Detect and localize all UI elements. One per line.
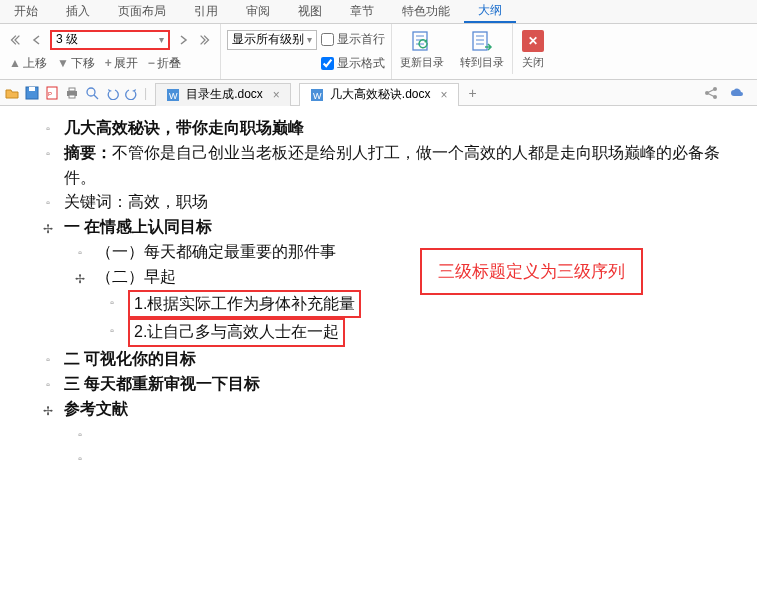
expand-marker[interactable]: ✢ (42, 215, 54, 239)
chevron-down-icon: ▾ (159, 34, 164, 45)
move-down-button[interactable]: ▼下移 (54, 54, 98, 73)
svg-rect-4 (473, 32, 487, 50)
doc-tab-0[interactable]: W 目录生成.docx × (155, 83, 291, 106)
ribbon: 3 级 ▾ ▲上移 ▼下移 +展开 −折叠 显示所有级别 ▾ 显示首 (0, 24, 757, 80)
body-marker: ▫ (42, 116, 54, 137)
menu-tab-outline[interactable]: 大纲 (464, 0, 516, 23)
goto-toc-label: 转到目录 (460, 55, 504, 70)
demote-body-button[interactable] (196, 31, 214, 49)
promote-button[interactable] (28, 31, 46, 49)
demote-button[interactable] (174, 31, 192, 49)
menu-tabs: 开始 插入 页面布局 引用 审阅 视图 章节 特色功能 大纲 (0, 0, 757, 24)
move-down-label: 下移 (71, 55, 95, 72)
svg-line-16 (94, 95, 98, 99)
outline-title[interactable]: 几大高效秘诀，带你走向职场巅峰 (64, 116, 304, 141)
expand-marker[interactable]: ✢ (42, 397, 54, 421)
chevron-down-icon: ▾ (307, 34, 312, 45)
outline-h2-1[interactable]: （一）每天都确定最重要的那件事 (96, 240, 336, 265)
svg-rect-9 (29, 87, 35, 91)
show-format-label: 显示格式 (337, 55, 385, 72)
menu-tab-view[interactable]: 视图 (284, 0, 336, 23)
expand-label: 展开 (114, 55, 138, 72)
doc-tab-0-close[interactable]: × (273, 88, 280, 102)
share-icon[interactable] (703, 85, 719, 101)
outline-keywords[interactable]: 关键词：高效，职场 (64, 190, 208, 215)
svg-text:W: W (313, 91, 322, 101)
svg-point-23 (713, 95, 717, 99)
body-marker: ▫ (106, 318, 118, 339)
body-marker: ▫ (42, 141, 54, 162)
menu-tab-reference[interactable]: 引用 (180, 0, 232, 23)
body-marker: ▫ (42, 190, 54, 211)
svg-text:W: W (169, 91, 178, 101)
svg-point-15 (87, 88, 95, 96)
print-icon[interactable] (64, 85, 80, 101)
move-up-button[interactable]: ▲上移 (6, 54, 50, 73)
save-icon[interactable] (24, 85, 40, 101)
outline-h3-2[interactable]: 2.让自己多与高效人士在一起 (128, 318, 345, 347)
menu-tab-chapter[interactable]: 章节 (336, 0, 388, 23)
doc-tab-0-label: 目录生成.docx (186, 86, 263, 103)
outline-level-combo[interactable]: 3 级 ▾ (50, 30, 170, 50)
body-marker: ▫ (106, 290, 118, 311)
pdf-icon[interactable]: P (44, 85, 60, 101)
outline-h1-1[interactable]: 一 在情感上认同目标 (64, 215, 212, 240)
body-marker: ▫ (74, 240, 86, 261)
redo-icon[interactable] (124, 85, 140, 101)
document-area: ▫几大高效秘诀，带你走向职场巅峰 ▫摘要：不管你是自己创业当老板还是给别人打工，… (0, 106, 757, 481)
body-marker: ▫ (74, 422, 86, 443)
outline-h2-2[interactable]: （二）早起 (96, 265, 176, 290)
update-toc-button[interactable]: 更新目录 (392, 24, 452, 74)
show-format-checkbox[interactable] (321, 57, 334, 70)
menu-tab-special[interactable]: 特色功能 (388, 0, 464, 23)
outline-h1-2[interactable]: 二 可视化你的目标 (64, 347, 196, 372)
goto-toc-icon (470, 29, 494, 53)
ribbon-group-show: 显示所有级别 ▾ 显示首行 显示格式 (221, 24, 392, 79)
show-firstline-label: 显示首行 (337, 31, 385, 48)
menu-tab-layout[interactable]: 页面布局 (104, 0, 180, 23)
doc-tab-1-label: 几大高效秘诀.docx (330, 86, 431, 103)
show-firstline-check[interactable]: 显示首行 (321, 31, 385, 48)
outline-abstract[interactable]: 摘要：不管你是自己创业当老板还是给别人打工，做一个高效的人都是走向职场巅峰的必备… (64, 141, 735, 191)
body-marker: ▫ (42, 347, 54, 368)
update-toc-label: 更新目录 (400, 55, 444, 70)
show-level-combo[interactable]: 显示所有级别 ▾ (227, 30, 317, 50)
show-format-check[interactable]: 显示格式 (321, 55, 385, 72)
expand-marker[interactable]: ✢ (74, 265, 86, 289)
outline-h1-3[interactable]: 三 每天都重新审视一下目标 (64, 372, 260, 397)
close-icon: ✕ (521, 29, 545, 53)
ribbon-group-level: 3 级 ▾ ▲上移 ▼下移 +展开 −折叠 (0, 24, 221, 79)
update-toc-icon (410, 29, 434, 53)
move-up-label: 上移 (23, 55, 47, 72)
outline-h3-1[interactable]: 1.根据实际工作为身体补充能量 (128, 290, 361, 319)
show-firstline-checkbox[interactable] (321, 33, 334, 46)
close-label: 关闭 (522, 55, 544, 70)
goto-toc-button[interactable]: 转到目录 (452, 24, 513, 74)
doc-tab-1-close[interactable]: × (441, 88, 448, 102)
svg-point-22 (713, 87, 717, 91)
preview-icon[interactable] (84, 85, 100, 101)
menu-tab-insert[interactable]: 插入 (52, 0, 104, 23)
word-doc-icon: W (166, 88, 180, 102)
body-marker: ▫ (42, 372, 54, 393)
collapse-button[interactable]: −折叠 (145, 54, 184, 73)
svg-rect-14 (69, 95, 75, 98)
outline-empty-1[interactable] (96, 422, 100, 447)
undo-icon[interactable] (104, 85, 120, 101)
menu-tab-start[interactable]: 开始 (0, 0, 52, 23)
expand-button[interactable]: +展开 (102, 54, 141, 73)
promote-top-button[interactable] (6, 31, 24, 49)
menu-tab-review[interactable]: 审阅 (232, 0, 284, 23)
outline-h1-4[interactable]: 参考文献 (64, 397, 128, 422)
cloud-icon[interactable] (729, 85, 745, 101)
svg-point-21 (705, 91, 709, 95)
outline-empty-2[interactable] (96, 446, 100, 471)
svg-text:P: P (48, 91, 52, 97)
open-icon[interactable] (4, 85, 20, 101)
show-level-value: 显示所有级别 (232, 31, 304, 48)
add-tab-button[interactable]: + (463, 85, 483, 101)
doc-tab-1[interactable]: W 几大高效秘诀.docx × (299, 83, 459, 106)
close-outline-button[interactable]: ✕ 关闭 (513, 24, 553, 74)
svg-rect-13 (69, 88, 75, 91)
word-doc-icon: W (310, 88, 324, 102)
